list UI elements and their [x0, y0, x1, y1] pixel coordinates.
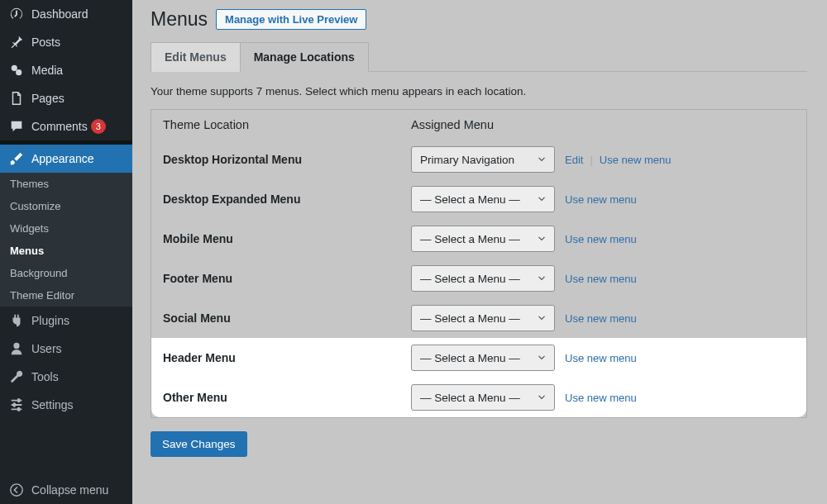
sidebar-subitem-themes[interactable]: Themes — [0, 173, 132, 195]
select-value: — Select a Menu — — [420, 233, 520, 245]
select-value: — Select a Menu — — [420, 352, 520, 364]
chevron-down-icon — [536, 392, 547, 403]
row-links: Use new menu — [565, 193, 637, 206]
sidebar-item-label: Appearance — [31, 152, 94, 165]
sidebar-subitem-widgets[interactable]: Widgets — [0, 217, 132, 240]
location-row: Social Menu— Select a Menu —Use new menu — [151, 298, 806, 338]
media-icon — [8, 62, 25, 78]
sidebar-subitem-theme-editor[interactable]: Theme Editor — [0, 284, 132, 307]
dashboard-icon — [8, 6, 25, 22]
location-controls: — Select a Menu —Use new menu — [411, 305, 795, 331]
table-header-row: Theme Location Assigned Menu — [151, 110, 806, 140]
sidebar-submenu-appearance: ThemesCustomizeWidgetsMenusBackgroundThe… — [0, 173, 132, 307]
location-row: Header Menu— Select a Menu —Use new menu — [151, 338, 806, 378]
chevron-down-icon — [536, 193, 547, 205]
sidebar-subitem-menus[interactable]: Menus — [0, 240, 132, 262]
use-new-menu-link[interactable]: Use new menu — [600, 154, 672, 166]
select-value: — Select a Menu — — [420, 392, 520, 404]
tab-manage-locations[interactable]: Manage Locations — [241, 42, 369, 72]
sidebar-item-media[interactable]: Media — [0, 56, 132, 84]
use-new-menu-link[interactable]: Use new menu — [565, 392, 637, 404]
sidebar-item-users[interactable]: Users — [0, 335, 132, 363]
assigned-menu-select[interactable]: Primary Navigation — [411, 146, 555, 173]
location-label: Other Menu — [163, 391, 411, 404]
assigned-menu-select[interactable]: — Select a Menu — — [411, 186, 555, 212]
row-links: Use new menu — [565, 273, 637, 285]
sidebar-item-settings[interactable]: Settings — [0, 391, 132, 419]
sidebar-item-label: Tools — [31, 370, 59, 383]
sidebar-item-pages[interactable]: Pages — [0, 84, 132, 112]
select-value: — Select a Menu — — [420, 312, 520, 325]
location-controls: — Select a Menu —Use new menu — [411, 265, 795, 292]
brush-icon — [8, 150, 25, 167]
collapse-icon — [8, 482, 25, 498]
location-label: Social Menu — [163, 311, 411, 325]
settings-icon — [8, 397, 25, 413]
sidebar-item-label: Comments — [31, 120, 88, 133]
location-controls: — Select a Menu —Use new menu — [411, 186, 795, 212]
sidebar-item-dashboard[interactable]: Dashboard — [0, 0, 132, 28]
location-label: Mobile Menu — [163, 232, 411, 245]
plugin-icon — [8, 312, 25, 329]
location-controls: Primary NavigationEdit|Use new menu — [411, 146, 795, 173]
location-controls: — Select a Menu —Use new menu — [411, 345, 795, 371]
pin-icon — [8, 34, 25, 50]
location-controls: — Select a Menu —Use new menu — [411, 226, 795, 252]
sidebar-item-label: Settings — [31, 398, 74, 411]
use-new-menu-link[interactable]: Use new menu — [565, 352, 637, 364]
use-new-menu-link[interactable]: Use new menu — [565, 273, 637, 285]
description-text: Your theme supports 7 menus. Select whic… — [151, 85, 807, 97]
save-changes-button[interactable]: Save Changes — [151, 431, 247, 457]
sidebar-item-label: Pages — [31, 92, 65, 105]
sidebar-collapse[interactable]: Collapse menu — [0, 476, 132, 504]
assigned-menu-select[interactable]: — Select a Menu — — [411, 345, 555, 371]
location-row: Desktop Expanded Menu— Select a Menu —Us… — [151, 179, 806, 219]
sidebar-item-appearance[interactable]: Appearance — [0, 145, 132, 173]
sidebar-subitem-customize[interactable]: Customize — [0, 195, 132, 217]
admin-sidebar: DashboardPostsMediaPagesComments3 Appear… — [0, 0, 132, 504]
chevron-down-icon — [536, 312, 547, 324]
sidebar-subitem-background[interactable]: Background — [0, 262, 132, 284]
sidebar-item-label: Plugins — [31, 314, 69, 327]
row-links: Use new menu — [565, 233, 637, 245]
assigned-menu-select[interactable]: — Select a Menu — — [411, 305, 555, 331]
assigned-menu-select[interactable]: — Select a Menu — — [411, 265, 555, 292]
page-icon — [8, 90, 25, 107]
link-divider: | — [590, 154, 592, 166]
tab-edit-menus[interactable]: Edit Menus — [151, 42, 241, 72]
row-links: Edit|Use new menu — [565, 154, 672, 166]
location-label: Desktop Horizontal Menu — [163, 153, 411, 166]
sidebar-item-label: Posts — [31, 36, 60, 49]
row-links: Use new menu — [565, 352, 637, 364]
edit-link[interactable]: Edit — [565, 154, 583, 166]
use-new-menu-link[interactable]: Use new menu — [565, 233, 637, 245]
chevron-down-icon — [536, 154, 547, 165]
sidebar-item-tools[interactable]: Tools — [0, 363, 132, 391]
use-new-menu-link[interactable]: Use new menu — [565, 193, 637, 206]
svg-point-0 — [11, 484, 22, 496]
sidebar-item-posts[interactable]: Posts — [0, 28, 132, 56]
location-row: Footer Menu— Select a Menu —Use new menu — [151, 259, 806, 298]
menu-locations-table: Theme Location Assigned Menu Desktop Hor… — [151, 109, 807, 418]
sidebar-item-label: Collapse menu — [31, 483, 108, 497]
sidebar-item-comments[interactable]: Comments3 — [0, 112, 132, 140]
column-header-assigned: Assigned Menu — [411, 118, 795, 131]
row-links: Use new menu — [565, 392, 637, 404]
sidebar-item-label: Dashboard — [31, 7, 88, 21]
use-new-menu-link[interactable]: Use new menu — [565, 312, 637, 325]
sidebar-item-label: Users — [31, 342, 62, 355]
chevron-down-icon — [536, 352, 547, 364]
location-controls: — Select a Menu —Use new menu — [411, 384, 795, 411]
column-header-location: Theme Location — [163, 118, 411, 131]
sidebar-item-label: Media — [31, 64, 63, 77]
comment-icon — [8, 118, 25, 135]
chevron-down-icon — [536, 233, 547, 245]
wrench-icon — [8, 368, 25, 385]
row-links: Use new menu — [565, 312, 637, 325]
sidebar-item-plugins[interactable]: Plugins — [0, 307, 132, 335]
manage-live-preview-button[interactable]: Manage with Live Preview — [216, 9, 366, 30]
nav-tabs: Edit MenusManage Locations — [151, 42, 807, 72]
assigned-menu-select[interactable]: — Select a Menu — — [411, 384, 555, 411]
location-label: Header Menu — [163, 351, 411, 364]
assigned-menu-select[interactable]: — Select a Menu — — [411, 226, 555, 252]
